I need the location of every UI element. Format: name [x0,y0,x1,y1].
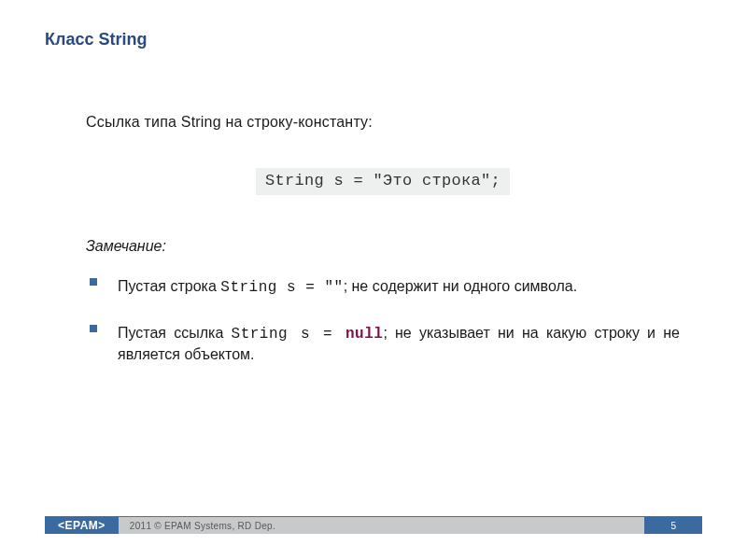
code-example-wrap: String s = "Это строка"; [86,168,680,195]
bullet-text-post: ; не содержит ни одного символа. [344,278,578,294]
bullet-text-pre: Пустая ссылка [118,325,232,341]
bullet-text-pre: Пустая строка [118,278,220,294]
code-example: String s = "Это строка"; [256,168,510,195]
bullet-list: Пустая строка String s = ""; не содержит… [86,276,680,365]
intro-text: Ссылка типа String на строку-константу: [86,112,680,133]
slide: Класс String Ссылка типа String на строк… [0,0,747,560]
note-label: Замечание: [86,236,680,257]
slide-body: Ссылка типа String на строку-константу: … [86,112,680,389]
slide-title: Класс String [45,30,147,49]
keyword-null: null [345,326,383,343]
list-item: Пустая ссылка String s = null; не указыв… [86,323,680,365]
footer-copyright: 2011 © EPAM Systems, RD Dep. [119,517,645,534]
footer-bar: <EPAM> 2011 © EPAM Systems, RD Dep. 5 [45,517,702,534]
footer-page-number: 5 [644,517,702,534]
footer: <EPAM> 2011 © EPAM Systems, RD Dep. 5 [45,516,702,534]
footer-logo: <EPAM> [45,517,119,534]
bullet-code: String s = [232,326,345,343]
list-item: Пустая строка String s = ""; не содержит… [86,276,680,299]
bullet-code: String s = "" [220,279,343,296]
